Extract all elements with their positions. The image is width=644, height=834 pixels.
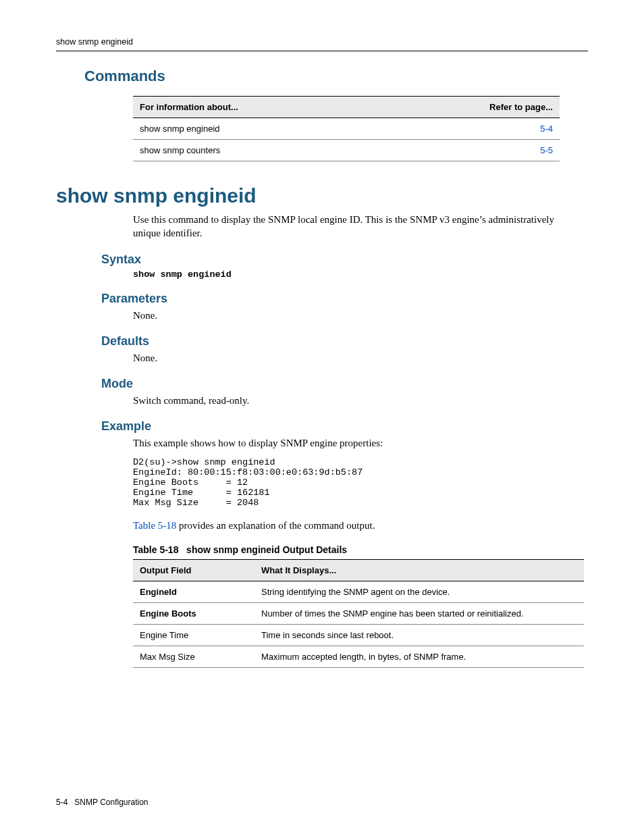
out-disp: Maximum accepted length, in bytes, of SN…	[254, 646, 584, 667]
syntax-code: show snmp engineid	[133, 269, 588, 280]
footer-section: SNMP Configuration	[74, 798, 148, 807]
example-lead: This example shows how to display SNMP e…	[133, 436, 565, 450]
example-xref-line: Table 5-18 provides an explanation of th…	[133, 519, 565, 532]
table-row: Engine Time Time in seconds since last r…	[133, 624, 584, 646]
example-code: D2(su)->show snmp engineid EngineId: 80:…	[133, 457, 588, 508]
commands-th-info: For information about...	[133, 97, 386, 118]
defaults-heading: Defaults	[101, 334, 588, 348]
table-row: show snmp counters 5-5	[133, 140, 560, 161]
caption-title: show snmp engineid Output Details	[186, 544, 347, 555]
out-field: EngineId	[133, 581, 254, 602]
page-link[interactable]: 5-5	[540, 145, 553, 155]
running-header: show snmp engineid	[56, 37, 588, 51]
intro-text: Use this command to display the SNMP loc…	[133, 213, 565, 240]
page-link[interactable]: 5-4	[540, 124, 553, 134]
mode-heading: Mode	[101, 377, 588, 391]
parameters-text: None.	[133, 309, 565, 322]
table-xref-link[interactable]: Table 5-18	[133, 520, 176, 531]
out-th-disp: What It Displays...	[254, 559, 584, 581]
out-field: Max Msg Size	[133, 646, 254, 667]
out-field: Engine Time	[133, 624, 254, 646]
out-th-field: Output Field	[133, 559, 254, 581]
parameters-heading: Parameters	[101, 292, 588, 306]
output-details-table: Output Field What It Displays... EngineI…	[133, 559, 584, 668]
mode-text: Switch command, read-only.	[133, 394, 565, 407]
out-disp: Number of times the SNMP engine has been…	[254, 602, 584, 624]
table-row: Engine Boots Number of times the SNMP en…	[133, 602, 584, 624]
page-footer: 5-4 SNMP Configuration	[56, 798, 149, 807]
out-disp: String identifying the SNMP agent on the…	[254, 581, 584, 602]
xref-tail: provides an explanation of the command o…	[176, 520, 375, 531]
cmd-name: show snmp counters	[133, 140, 386, 161]
page: show snmp engineid Commands For informat…	[0, 0, 644, 834]
table-caption: Table 5-18 show snmp engineid Output Det…	[133, 544, 588, 555]
table-row: show snmp engineid 5-4	[133, 118, 560, 140]
footer-pagenum: 5-4	[56, 798, 68, 807]
example-heading: Example	[101, 419, 588, 434]
table-row: EngineId String identifying the SNMP age…	[133, 581, 584, 602]
section-title: show snmp engineid	[56, 184, 588, 207]
defaults-text: None.	[133, 351, 565, 365]
out-disp: Time in seconds since last reboot.	[254, 624, 584, 646]
cmd-name: show snmp engineid	[133, 118, 386, 140]
commands-heading: Commands	[84, 68, 588, 85]
table-row: Max Msg Size Maximum accepted length, in…	[133, 646, 584, 667]
out-field: Engine Boots	[133, 602, 254, 624]
syntax-heading: Syntax	[101, 253, 588, 267]
caption-num: Table 5-18	[133, 544, 178, 555]
commands-th-page: Refer to page...	[386, 97, 560, 118]
commands-table: For information about... Refer to page..…	[133, 96, 560, 161]
